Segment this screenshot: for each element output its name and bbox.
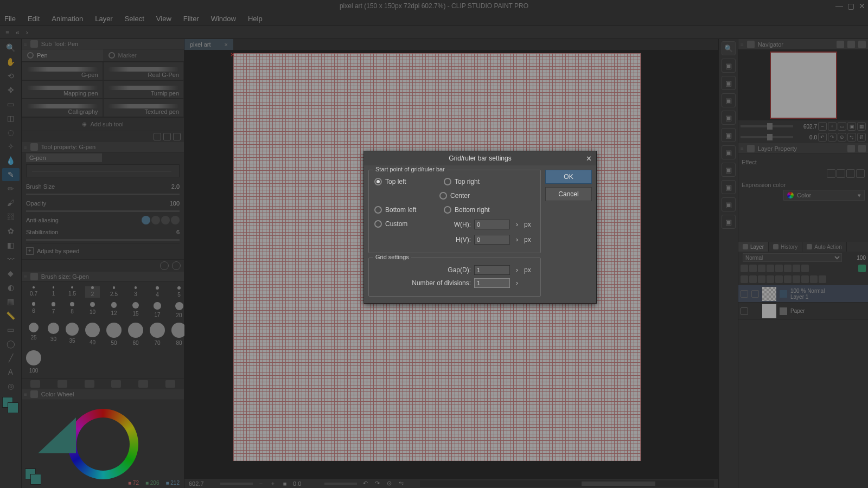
bs-ic1[interactable] (30, 380, 40, 388)
rotate-tool-icon[interactable]: ⟲ (2, 69, 20, 82)
divisions-input[interactable] (474, 278, 510, 288)
subtool-tab-pen[interactable]: Pen (22, 49, 103, 62)
minimize-icon[interactable]: — (835, 2, 843, 10)
stabilization-slider[interactable] (26, 239, 180, 241)
lock-icon[interactable] (751, 290, 759, 298)
horizontal-scrollbar[interactable] (420, 480, 714, 487)
nav-rot-ccw-icon[interactable]: ↶ (818, 133, 827, 142)
subtool-footer-icon[interactable] (154, 133, 161, 140)
marquee-tool-icon[interactable]: ◫ (2, 112, 20, 125)
lc2-ic7[interactable] (793, 275, 800, 283)
dialog-close-icon[interactable]: ✕ (586, 155, 592, 163)
zoom-out-icon[interactable]: − (257, 480, 265, 487)
subtool-panel-header[interactable]: ≡ Sub Tool: Pen (22, 39, 184, 49)
toolprop-detail-icon[interactable] (172, 261, 181, 270)
zoom-in-icon[interactable]: + (269, 480, 277, 487)
nav-rot-cw-icon[interactable]: ↷ (828, 133, 837, 142)
toolprop-reset-icon[interactable] (160, 261, 169, 270)
rp-icon-7[interactable]: ▣ (722, 163, 736, 177)
radio-top-right[interactable]: Top right (444, 176, 535, 188)
gap-spin-icon[interactable]: › (513, 266, 521, 274)
bs-ic5[interactable] (138, 380, 148, 388)
lc2-ic4[interactable] (767, 275, 774, 283)
brush-size-0.7[interactable]: 0.7 (26, 286, 41, 298)
brush-size-4[interactable]: 4 (150, 286, 165, 298)
brush-size-17[interactable]: 17 (150, 302, 165, 318)
color-wheel[interactable]: ■ 72 ■ 206 ■ 212 (22, 400, 184, 488)
opacity-slider[interactable] (26, 210, 180, 212)
menu-help[interactable]: Help (248, 15, 263, 23)
lc-color-icon[interactable] (858, 265, 866, 272)
rp-icon-3[interactable]: ▣ (722, 93, 736, 107)
lc2-ic2[interactable] (749, 275, 757, 283)
pencil-tool-icon[interactable]: ✏ (2, 182, 20, 195)
stabilization-value[interactable]: 6 (176, 229, 180, 235)
chevron-right-icon[interactable]: › (24, 29, 30, 36)
brush-size-8[interactable]: 8 (66, 302, 79, 318)
menu-file[interactable]: File (4, 15, 16, 23)
brush-size-15[interactable]: 15 (128, 302, 143, 318)
radio-top-left[interactable]: Top left (374, 176, 444, 188)
lc-ic4[interactable] (767, 265, 774, 272)
rp-icon-5[interactable]: ▣ (722, 128, 736, 142)
reset-rotation-icon[interactable]: ⊙ (385, 480, 393, 487)
quickaccess-search-icon[interactable]: 🔍 (722, 41, 736, 55)
visibility-icon[interactable] (741, 290, 748, 298)
eyedropper-tool-icon[interactable]: 💧 (2, 154, 20, 167)
lc2-ic8[interactable] (801, 275, 809, 283)
blend-mode-select[interactable]: Normal (743, 253, 842, 262)
visibility-icon[interactable] (741, 307, 748, 315)
menu-select[interactable]: Select (125, 15, 144, 23)
cancel-button[interactable]: Cancel (545, 187, 592, 201)
layer-opacity-value[interactable]: 100 (844, 255, 866, 261)
brush-size-1[interactable]: 1 (48, 286, 59, 298)
color-swatches[interactable] (2, 397, 20, 419)
close-icon[interactable]: ✕ (859, 2, 865, 10)
lc2-ic1[interactable] (741, 275, 748, 283)
bs-ic6[interactable] (165, 380, 175, 388)
navigator-preview[interactable] (738, 50, 868, 120)
nav-flip-h-icon[interactable]: ⇋ (847, 133, 856, 142)
layer-item-1[interactable]: 100 % NormalLayer 1 (738, 285, 868, 303)
expression-color-select[interactable]: Color▾ (783, 190, 865, 201)
brush-size-60[interactable]: 60 (128, 323, 143, 346)
subtool-calligraphy[interactable]: Calligraphy (22, 99, 103, 117)
lc-ic3[interactable] (758, 265, 765, 272)
lc-ic2[interactable] (749, 265, 757, 272)
gap-input[interactable] (474, 265, 510, 275)
frame-tool-icon[interactable]: ▦ (2, 295, 20, 308)
pen-tool-icon[interactable]: ✎ (2, 168, 20, 181)
brush-size-50[interactable]: 50 (106, 323, 122, 346)
ruler-tool-icon[interactable]: 📏 (2, 309, 20, 322)
document-tab[interactable]: pixel art× (184, 39, 233, 50)
ellipse-tool-icon[interactable]: ◯ (2, 337, 20, 350)
bs-ic4[interactable] (111, 380, 121, 388)
nav-h3-icon[interactable] (858, 41, 866, 48)
nav-h1-icon[interactable] (837, 41, 844, 48)
opacity-value[interactable]: 100 (170, 200, 180, 207)
lp-eff-4[interactable] (856, 169, 865, 178)
lc2-ic10[interactable] (819, 275, 826, 283)
tab-autoaction[interactable]: Auto Action (802, 242, 847, 252)
move-tool-icon[interactable]: ✥ (2, 84, 20, 97)
subtool-turnip[interactable]: Turnip pen (103, 80, 184, 99)
lasso-tool-icon[interactable]: ◌ (2, 126, 20, 139)
rp-icon-9[interactable]: ▣ (722, 197, 736, 211)
flip-icon[interactable]: ⇋ (397, 480, 405, 487)
colorwheel-panel-header[interactable]: ≡ Color Wheel (22, 389, 184, 400)
navigator-panel-header[interactable]: ≡ Navigator (738, 39, 868, 50)
add-subtool-button[interactable]: ⊕Add sub tool (22, 117, 184, 131)
nav-zoom-all-icon[interactable]: ▦ (857, 122, 866, 131)
subtool-footer-icon2[interactable] (163, 133, 171, 140)
line-tool-icon[interactable]: ╱ (2, 351, 20, 364)
radio-custom[interactable]: Custom (374, 218, 444, 230)
text-tool-icon[interactable]: A (2, 365, 20, 378)
subtool-footer-icon3[interactable] (173, 133, 181, 140)
rotate-ccw-icon[interactable]: ↶ (361, 480, 369, 487)
eraser-tool-icon[interactable]: ◧ (2, 239, 20, 252)
brush-size-12[interactable]: 12 (106, 302, 122, 318)
lp-h2-icon[interactable] (858, 145, 866, 152)
brush-size-3[interactable]: 3 (128, 286, 143, 298)
airbrush-tool-icon[interactable]: ⛆ (2, 210, 20, 223)
radio-bottom-left[interactable]: Bottom left (374, 204, 444, 216)
